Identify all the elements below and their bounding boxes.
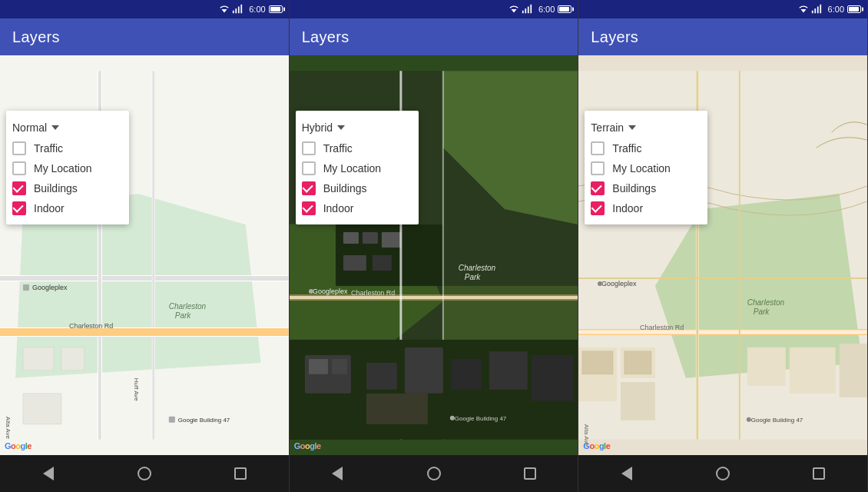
wifi-icon-1 <box>219 4 230 15</box>
layer-buildings-label-normal: Buildings <box>34 182 78 194</box>
checkbox-traffic-terrain[interactable] <box>591 141 605 155</box>
signal-icons-2 <box>509 4 532 15</box>
nav-bar-3 <box>578 455 867 492</box>
svg-rect-83 <box>582 351 613 374</box>
map-type-row-hybrid[interactable]: Hybrid <box>296 117 419 138</box>
svg-text:Charleston: Charleston <box>458 264 495 272</box>
layer-traffic-label-hybrid: Traffic <box>323 142 353 155</box>
checkbox-mylocation-terrain[interactable] <box>591 161 605 175</box>
signal-icon-2 <box>522 4 532 15</box>
chevron-down-icon-normal <box>51 125 59 130</box>
recents-button-1[interactable] <box>225 458 256 489</box>
map-type-select-hybrid[interactable]: Hybrid <box>302 121 345 134</box>
svg-rect-81 <box>790 347 836 394</box>
back-button-3[interactable] <box>611 458 642 489</box>
svg-point-63 <box>449 416 454 421</box>
layer-buildings-hybrid[interactable]: Buildings <box>296 178 419 198</box>
checkbox-buildings-hybrid[interactable] <box>302 181 316 195</box>
svg-text:Charleston Rd: Charleston Rd <box>351 289 395 297</box>
layer-indoor-hybrid[interactable]: Indoor <box>296 198 419 218</box>
status-bar-1: 6:00 <box>0 0 289 18</box>
svg-rect-48 <box>309 359 328 374</box>
layer-traffic-label-terrain: Traffic <box>612 142 641 155</box>
layer-buildings-label-terrain: Buildings <box>612 182 656 194</box>
signal-icon-1 <box>232 4 243 15</box>
svg-text:Charleston Rd: Charleston Rd <box>69 322 113 330</box>
layer-buildings-normal[interactable]: Buildings <box>6 178 129 198</box>
layer-indoor-terrain[interactable]: Indoor <box>585 198 707 218</box>
svg-text:Park: Park <box>754 308 770 316</box>
map-type-select-terrain[interactable]: Terrain <box>591 121 636 134</box>
google-logo-terrain: Google <box>583 441 610 450</box>
recents-button-3[interactable] <box>803 458 834 489</box>
svg-rect-51 <box>405 347 443 394</box>
checkbox-buildings-terrain[interactable] <box>591 181 605 195</box>
checkbox-mylocation-normal[interactable] <box>12 161 26 175</box>
svg-text:Park: Park <box>464 273 481 281</box>
layer-traffic-terrain[interactable]: Traffic <box>585 138 707 158</box>
checkbox-mylocation-hybrid[interactable] <box>302 161 316 175</box>
svg-rect-50 <box>366 363 397 390</box>
layer-buildings-terrain[interactable]: Buildings <box>585 178 707 198</box>
svg-text:Googleplex: Googleplex <box>601 280 637 288</box>
svg-text:Google Building 47: Google Building 47 <box>751 417 803 424</box>
layer-mylocation-terrain[interactable]: My Location <box>585 158 707 178</box>
svg-text:Huff Ave: Huff Ave <box>133 378 140 401</box>
layer-mylocation-normal[interactable]: My Location <box>6 158 129 178</box>
recents-icon-2 <box>524 467 536 480</box>
battery-icon-1 <box>269 5 283 13</box>
layer-traffic-hybrid[interactable]: Traffic <box>296 138 419 158</box>
google-logo-normal: Google <box>5 441 31 450</box>
back-button-1[interactable] <box>33 458 64 489</box>
checkbox-indoor-normal[interactable] <box>12 201 26 215</box>
nav-bar-1 <box>0 455 289 492</box>
home-button-1[interactable] <box>129 458 160 489</box>
back-icon-3 <box>621 467 632 480</box>
layer-traffic-normal[interactable]: Traffic <box>6 138 129 158</box>
time-3: 6:00 <box>828 5 844 14</box>
svg-rect-54 <box>531 355 573 401</box>
map-type-row-normal[interactable]: Normal <box>6 117 129 138</box>
checkbox-buildings-normal[interactable] <box>12 181 26 195</box>
checkbox-indoor-terrain[interactable] <box>591 201 605 215</box>
map-type-select-normal[interactable]: Normal <box>12 121 59 134</box>
dropdown-hybrid: Hybrid Traffic My Location Buildings Ind… <box>296 111 419 224</box>
nav-bar-2 <box>290 455 578 492</box>
svg-rect-37 <box>343 232 359 244</box>
google-logo-hybrid: Google <box>294 441 321 450</box>
svg-text:Alta Ave: Alta Ave <box>5 417 12 440</box>
svg-rect-31 <box>530 5 532 13</box>
home-icon-1 <box>137 467 151 480</box>
layer-indoor-label-normal: Indoor <box>34 202 65 214</box>
svg-rect-49 <box>332 359 347 374</box>
app-title-2: Layers <box>302 28 350 46</box>
app-title-3: Layers <box>591 28 638 46</box>
home-icon-2 <box>427 467 441 480</box>
layer-indoor-normal[interactable]: Indoor <box>6 198 129 218</box>
home-button-2[interactable] <box>419 458 449 489</box>
svg-text:Charleston: Charleston <box>169 302 207 311</box>
svg-rect-55 <box>366 394 428 424</box>
layer-mylocation-hybrid[interactable]: My Location <box>296 158 419 178</box>
checkbox-traffic-hybrid[interactable] <box>302 141 316 155</box>
svg-rect-66 <box>814 8 816 13</box>
back-button-2[interactable] <box>322 458 353 489</box>
checkbox-indoor-hybrid[interactable] <box>302 201 316 215</box>
checkbox-traffic-normal[interactable] <box>12 141 26 155</box>
svg-rect-28 <box>522 11 524 14</box>
signal-icons-3 <box>798 4 822 15</box>
svg-rect-80 <box>747 347 786 386</box>
map-normal: Charleston Rd Huff Ave Alta Ave Googlepl… <box>0 55 289 455</box>
svg-marker-64 <box>800 9 806 12</box>
svg-rect-4 <box>241 5 243 13</box>
map-type-row-terrain[interactable]: Terrain <box>585 117 707 138</box>
time-1: 6:00 <box>249 5 265 14</box>
svg-text:Google Building 47: Google Building 47 <box>454 415 506 422</box>
recents-button-2[interactable] <box>515 458 545 489</box>
battery-icon-3 <box>847 5 861 13</box>
layer-mylocation-label-terrain: My Location <box>612 162 670 175</box>
svg-rect-67 <box>817 7 818 14</box>
app-bar-2: Layers <box>290 18 578 55</box>
home-button-3[interactable] <box>707 458 738 489</box>
svg-rect-52 <box>450 359 481 390</box>
